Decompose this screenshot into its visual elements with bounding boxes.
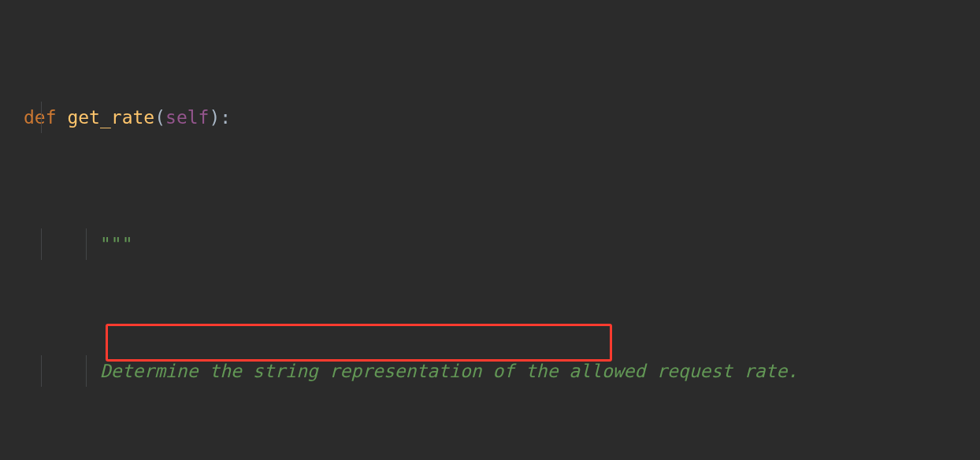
param-self: self <box>165 102 209 133</box>
function-name: get_rate <box>67 102 154 133</box>
docstring-quote: """ <box>100 228 133 260</box>
code-line[interactable]: """ <box>0 228 980 260</box>
keyword-def: def <box>24 102 57 133</box>
code-line[interactable]: Determine the string representation of t… <box>0 355 980 387</box>
code-editor[interactable]: def get_rate(self): """ Determine the st… <box>0 0 980 460</box>
code-line[interactable]: def get_rate(self): <box>0 102 980 133</box>
docstring-text: Determine the string representation of t… <box>100 355 798 387</box>
